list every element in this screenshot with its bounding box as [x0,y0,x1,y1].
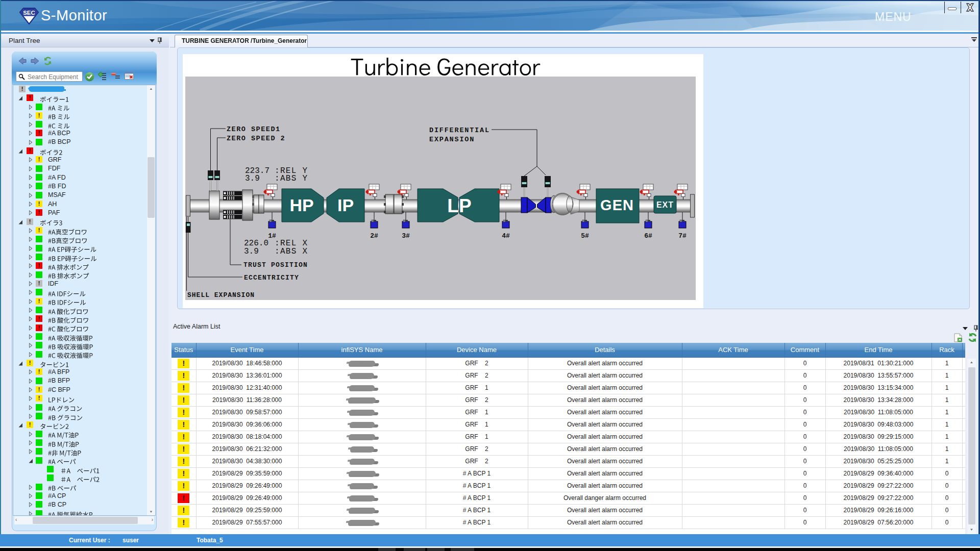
svg-text::ABS Y: :ABS Y [275,174,308,183]
svg-text:6#: 6# [644,232,652,240]
svg-text:SHELL EXPANSION: SHELL EXPANSION [187,291,255,299]
svg-text:2#: 2# [370,232,378,240]
svg-text:TRUST POSITION: TRUST POSITION [243,261,308,269]
svg-text:IP: IP [337,195,354,215]
svg-text:7#: 7# [678,232,687,240]
svg-text:ECCENTRICITY: ECCENTRICITY [244,274,299,282]
svg-text:GEN: GEN [600,197,634,213]
svg-text:LP: LP [447,195,471,216]
svg-text:EXT: EXT [656,201,674,209]
svg-text:ZERO SPEED1: ZERO SPEED1 [227,126,281,133]
svg-text:EXPANSION: EXPANSION [429,136,475,143]
svg-text::ABS X: :ABS X [275,247,308,256]
svg-text:4#: 4# [502,232,510,240]
svg-text:3.9: 3.9 [244,247,259,256]
svg-text:ZERO SPEED 2: ZERO SPEED 2 [227,135,285,142]
svg-text:3#: 3# [402,232,410,240]
svg-text:5#: 5# [581,232,589,240]
svg-text:SEC: SEC [23,10,35,16]
svg-text:DIFFERENTIAL: DIFFERENTIAL [429,127,490,134]
svg-text:3.9: 3.9 [245,174,260,183]
svg-text:HP: HP [289,195,313,215]
